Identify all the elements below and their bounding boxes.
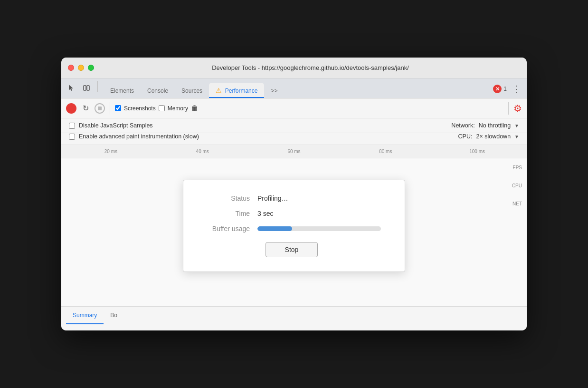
tab-sources[interactable]: Sources xyxy=(175,84,209,98)
svg-rect-1 xyxy=(87,86,89,90)
clear-recording-button[interactable] xyxy=(95,103,105,114)
screenshots-checkbox-label[interactable]: Screenshots xyxy=(115,105,156,112)
modal-overlay: Status Profiling… Time 3 sec Buffer usag… xyxy=(61,145,527,306)
memory-label: Memory xyxy=(168,105,188,112)
tab-bar-right: ✕ 1 ⋮ xyxy=(493,83,523,98)
buffer-fill xyxy=(257,226,292,231)
disable-js-checkbox[interactable] xyxy=(69,123,75,129)
settings-gear-button[interactable]: ⚙ xyxy=(513,103,522,114)
dock-icon[interactable] xyxy=(80,82,93,94)
network-label: Network: xyxy=(451,122,474,129)
cpu-setting[interactable]: CPU: 2× slowdown ▼ xyxy=(458,133,519,140)
svg-rect-0 xyxy=(84,86,86,90)
cursor-icon[interactable] xyxy=(65,82,77,94)
tab-bar-left-icons xyxy=(65,81,100,98)
toolbar: ↻ Screenshots Memory 🗑 ⚙ xyxy=(61,98,527,118)
settings-row-1: Disable JavaScript Samples Network: No t… xyxy=(61,118,527,133)
timeline-area: 20 ms 40 ms 60 ms 80 ms 100 ms FPS CPU N… xyxy=(61,145,527,307)
toolbar-sep-2 xyxy=(508,102,509,115)
screenshots-label: Screenshots xyxy=(124,105,156,112)
disable-js-label: Disable JavaScript Samples xyxy=(79,122,153,129)
memory-checkbox[interactable] xyxy=(159,105,165,111)
clear-inner-icon xyxy=(98,107,102,110)
bottom-tab-summary[interactable]: Summary xyxy=(66,307,104,324)
cpu-value: 2× slowdown xyxy=(476,133,511,140)
minimize-button[interactable] xyxy=(78,65,84,71)
profiling-modal: Status Profiling… Time 3 sec Buffer usag… xyxy=(183,180,405,272)
advanced-paint-label: Enable advanced paint instrumentation (s… xyxy=(79,133,199,140)
network-setting[interactable]: Network: No throttling ▼ xyxy=(451,122,519,129)
cpu-label: CPU: xyxy=(458,133,473,140)
bottom-tabs-bar: Summary Bo xyxy=(61,307,527,330)
devtools-window: Developer Tools - https://googlechrome.g… xyxy=(61,58,527,330)
warning-icon: ⚠ xyxy=(216,87,222,94)
time-row: Time 3 sec xyxy=(202,210,381,217)
main-tabs: Elements Console Sources ⚠ Performance >… xyxy=(104,83,489,98)
maximize-button[interactable] xyxy=(88,65,94,71)
network-dropdown-arrow[interactable]: ▼ xyxy=(514,123,519,128)
reload-button[interactable]: ↻ xyxy=(79,102,92,115)
window-title: Developer Tools - https://googlechrome.g… xyxy=(101,64,520,71)
status-value: Profiling… xyxy=(257,194,288,202)
stop-button-container: Stop xyxy=(202,242,381,257)
time-label: Time xyxy=(202,210,250,217)
title-bar: Developer Tools - https://googlechrome.g… xyxy=(61,58,527,78)
toolbar-sep-1 xyxy=(110,102,110,115)
memory-checkbox-label[interactable]: Memory xyxy=(159,105,188,112)
time-value: 3 sec xyxy=(257,210,273,217)
tab-more[interactable]: >> xyxy=(264,84,284,98)
buffer-label: Buffer usage xyxy=(202,225,250,233)
traffic-lights xyxy=(68,65,94,71)
cpu-dropdown-arrow[interactable]: ▼ xyxy=(514,134,519,139)
error-icon: ✕ xyxy=(493,85,502,93)
tab-console[interactable]: Console xyxy=(141,84,175,98)
tab-bar: Elements Console Sources ⚠ Performance >… xyxy=(61,78,527,98)
record-button[interactable] xyxy=(66,103,76,114)
screenshots-checkbox[interactable] xyxy=(115,105,121,111)
buffer-bar xyxy=(257,226,381,231)
settings-row-2: Enable advanced paint instrumentation (s… xyxy=(61,133,527,145)
bottom-tab-bo[interactable]: Bo xyxy=(104,307,124,324)
advanced-paint-setting[interactable]: Enable advanced paint instrumentation (s… xyxy=(69,133,199,140)
tab-elements[interactable]: Elements xyxy=(104,84,141,98)
network-value: No throttling xyxy=(479,122,511,129)
more-options-button[interactable]: ⋮ xyxy=(511,83,523,95)
tab-performance[interactable]: ⚠ Performance xyxy=(209,83,264,98)
error-badge[interactable]: ✕ 1 xyxy=(493,85,507,93)
status-row: Status Profiling… xyxy=(202,194,381,202)
close-button[interactable] xyxy=(68,65,74,71)
advanced-paint-checkbox[interactable] xyxy=(69,134,75,140)
trash-button[interactable]: 🗑 xyxy=(191,104,199,113)
stop-button[interactable]: Stop xyxy=(266,242,318,257)
error-count: 1 xyxy=(503,86,507,92)
disable-js-setting[interactable]: Disable JavaScript Samples xyxy=(69,122,153,129)
buffer-row: Buffer usage xyxy=(202,225,381,233)
status-label: Status xyxy=(202,194,250,202)
separator xyxy=(97,81,98,92)
